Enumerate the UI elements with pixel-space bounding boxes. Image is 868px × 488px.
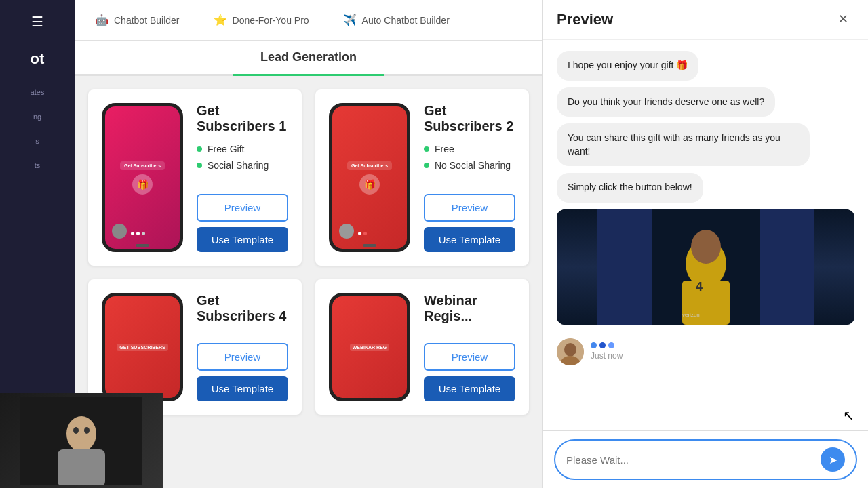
phone-screen-0: Get Subscribers 🎁 xyxy=(105,106,180,249)
typing-dots xyxy=(591,342,623,348)
phone-mockup-0: Get Subscribers 🎁 xyxy=(102,103,183,252)
phone-home-1 xyxy=(363,244,376,247)
phone-screen-3: WEBINAR REG xyxy=(332,296,407,398)
card-info-1: Get Subscribers 2 Free No Social Sharing… xyxy=(424,103,515,252)
card-buttons-1: Preview Use Template xyxy=(424,194,515,252)
just-now-label: Just now xyxy=(591,351,623,361)
tab-lead-generation[interactable]: Lead Generation xyxy=(233,41,384,74)
svg-point-15 xyxy=(564,343,576,357)
preview-messages: I hope you enjoy your gift 🎁 Do you thin… xyxy=(543,40,868,430)
feature-dot-1 xyxy=(197,163,202,168)
typing-dot-2 xyxy=(608,342,614,348)
video-content-svg: 4 verizon xyxy=(597,209,814,325)
preview-button-1[interactable]: Preview xyxy=(424,194,515,222)
bot-avatar xyxy=(557,338,584,365)
card-feature-0-0: Free Gift xyxy=(197,144,288,155)
use-template-button-0[interactable]: Use Template xyxy=(197,227,288,252)
svg-rect-10 xyxy=(682,281,730,325)
video-thumb: 4 verizon xyxy=(557,209,854,325)
phone-screen-1: Get Subscribers 🎁 xyxy=(332,106,407,249)
card-info-0: Get Subscribers 1 Free Gift Social Shari… xyxy=(197,103,288,252)
webcam-overlay xyxy=(75,393,163,488)
tab-bar: Lead Generation xyxy=(75,41,542,76)
card-info-2: Get Subscribers 4 Preview Use Template xyxy=(197,293,288,401)
template-card-3: WEBINAR REG Webinar Regis... Preview Use… xyxy=(315,279,529,415)
feature-dot-0 xyxy=(197,146,202,152)
send-button[interactable]: ➤ xyxy=(821,447,845,472)
phone-screen-2: GET SUBSCRIBERS xyxy=(105,296,180,398)
webcam-feed xyxy=(75,393,163,488)
app-wrapper: ☰ ot ates ng s ts 🤖 Chatbot Builder ⭐ Do… xyxy=(0,0,868,488)
card-buttons-3: Preview Use Template xyxy=(424,343,515,401)
brand-label: ot xyxy=(31,50,45,68)
card-feature-1-1: No Social Sharing xyxy=(424,160,515,171)
feature-dot-3 xyxy=(424,163,429,168)
phone-avatar-0 xyxy=(112,224,127,239)
nav-auto-chatbot[interactable]: ✈️ Auto Chatbot Builder xyxy=(336,14,456,26)
message-bubble-3: Simply click the button below! xyxy=(557,173,703,203)
phone-home-0 xyxy=(136,244,149,247)
done-for-you-label: Done-For-You Pro xyxy=(233,15,309,26)
phone-dots-0 xyxy=(131,232,145,235)
preview-button-3[interactable]: Preview xyxy=(424,343,515,371)
chatbot-builder-label: Chatbot Builder xyxy=(114,15,180,26)
phone-dots-1 xyxy=(358,232,367,235)
preview-title: Preview xyxy=(557,11,613,28)
message-bubble-0: I hope you enjoy your gift 🎁 xyxy=(557,51,698,81)
feature-label-1-1: No Social Sharing xyxy=(435,160,511,171)
sidebar-item-1[interactable]: ng xyxy=(33,113,41,121)
svg-rect-6 xyxy=(597,209,652,325)
chatbot-builder-icon: 🤖 xyxy=(95,14,108,26)
webcam-person-svg xyxy=(75,396,142,485)
auto-chatbot-icon: ✈️ xyxy=(343,14,357,26)
phone-dot-4 xyxy=(363,232,367,235)
svg-point-11 xyxy=(691,230,721,264)
card-title-3: Webinar Regis... xyxy=(424,293,515,324)
message-bubble-1: Do you think your friends deserve one as… xyxy=(557,87,775,117)
typing-dot-0 xyxy=(591,342,597,348)
done-for-you-icon: ⭐ xyxy=(214,14,227,26)
template-card-0: Get Subscribers 🎁 xyxy=(88,89,302,266)
phone-mockup-3: WEBINAR REG xyxy=(329,293,410,401)
feature-label-1-0: Free xyxy=(435,144,454,155)
svg-text:verizon: verizon xyxy=(682,312,700,318)
menu-icon[interactable]: ☰ xyxy=(31,14,43,30)
card-title-2: Get Subscribers 4 xyxy=(197,293,288,324)
card-feature-1-0: Free xyxy=(424,144,515,155)
template-card-1: Get Subscribers 🎁 Get Subsc xyxy=(315,89,529,266)
sidebar-item-3[interactable]: ts xyxy=(35,161,41,169)
preview-header: Preview ✕ xyxy=(543,0,868,40)
typing-dot-1 xyxy=(599,342,606,348)
preview-panel: Preview ✕ I hope you enjoy your gift 🎁 D… xyxy=(542,0,868,488)
use-template-button-1[interactable]: Use Template xyxy=(424,227,515,252)
message-input[interactable] xyxy=(566,454,814,466)
top-nav: 🤖 Chatbot Builder ⭐ Done-For-You Pro ✈️ … xyxy=(75,0,542,41)
phone-mockup-2: GET SUBSCRIBERS xyxy=(102,293,183,401)
feature-label-0-1: Social Sharing xyxy=(208,160,269,171)
preview-input-box: ➤ xyxy=(554,439,857,480)
auto-chatbot-label: Auto Chatbot Builder xyxy=(362,15,450,26)
card-buttons-0: Preview Use Template xyxy=(197,194,288,252)
preview-input-area: ➤ xyxy=(543,430,868,488)
phone-dot-3 xyxy=(358,232,361,235)
nav-chatbot-builder[interactable]: 🤖 Chatbot Builder xyxy=(88,14,186,26)
svg-rect-7 xyxy=(760,209,814,325)
use-template-button-3[interactable]: Use Template xyxy=(424,376,515,401)
feature-label-0-0: Free Gift xyxy=(208,144,244,155)
svg-point-4 xyxy=(84,427,90,434)
phone-dot-0 xyxy=(131,232,134,235)
card-title-1: Get Subscribers 2 xyxy=(424,103,515,134)
sidebar-item-0[interactable]: ates xyxy=(31,88,45,96)
preview-button-0[interactable]: Preview xyxy=(197,194,288,222)
phone-avatar-1 xyxy=(339,224,354,239)
use-template-button-2[interactable]: Use Template xyxy=(197,376,288,401)
preview-button-2[interactable]: Preview xyxy=(197,343,288,371)
svg-text:4: 4 xyxy=(696,280,703,293)
sidebar-item-2[interactable]: s xyxy=(35,137,39,145)
close-icon[interactable]: ✕ xyxy=(838,12,854,28)
phone-dot-1 xyxy=(136,232,140,235)
phone-mockup-1: Get Subscribers 🎁 xyxy=(329,103,410,252)
nav-done-for-you[interactable]: ⭐ Done-For-You Pro xyxy=(207,14,316,26)
video-thumbnail[interactable]: 4 verizon xyxy=(557,209,854,325)
card-title-0: Get Subscribers 1 xyxy=(197,103,288,134)
